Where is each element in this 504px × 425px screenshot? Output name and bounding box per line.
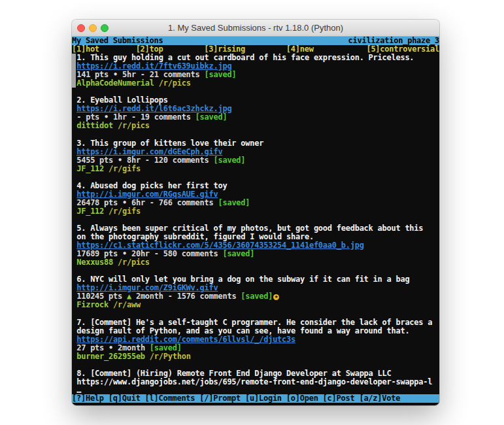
post-title: 1. This guy holding a cut out cardboard … (76, 54, 439, 62)
sort-tab-hot[interactable]: [1]hot (72, 45, 99, 54)
byline-space (145, 352, 150, 361)
separator-dot-icon: • (109, 344, 113, 352)
submission-item[interactable]: 3. This group of kittens love their owne… (72, 139, 439, 173)
post-byline: JF_112 /r/gifs (76, 165, 439, 173)
post-subreddit: /r/Python (150, 352, 191, 361)
post-url[interactable]: https://c1.staticflickr.com/5/4356/36074… (76, 241, 439, 250)
post-points: 110245 pts (76, 292, 127, 301)
rtv-terminal: My Saved Submissions civilization_phaze_… (72, 37, 439, 405)
post-byline: AlphaCodeNumerial /r/pics (76, 79, 439, 88)
upvote-arrow-icon: ▲ (127, 292, 131, 301)
window-title: 1. My Saved Submissions - rtv 1.18.0 (Py… (168, 23, 343, 33)
post-title: 5. Always been super critical of my phot… (76, 224, 439, 233)
window-titlebar[interactable]: 1. My Saved Submissions - rtv 1.18.0 (Py… (72, 20, 439, 37)
post-age-comments: 8hr - 120 comments (122, 156, 214, 165)
post-subreddit: /r/gifs (109, 165, 141, 173)
sort-tab-controversial[interactable]: [5]controversial (366, 45, 439, 54)
header-bar: My Saved Submissions civilization_phaze_… (72, 37, 439, 45)
post-title: on the photography subreddit, figured I … (76, 233, 439, 241)
minimize-button[interactable] (89, 24, 97, 32)
post-stats: 110245 pts ▲ 2month - 1576 comments [sav… (76, 292, 439, 301)
post-url[interactable]: https://api.reddit.com/comments/6llvsl/_… (76, 335, 439, 344)
post-age-comments: 5hr - 21 comments (118, 71, 205, 79)
post-points: 26478 pts (76, 199, 122, 207)
post-author: AlphaCodeNumerial (76, 79, 154, 88)
byline-space (113, 122, 118, 130)
byline-space (104, 165, 109, 173)
sort-tab-top[interactable]: [2]top (136, 45, 163, 54)
separator-dot-icon: • (122, 199, 127, 207)
post-subreddit: /r/pics (118, 122, 150, 130)
selection-indicator (72, 54, 76, 88)
saved-badge: [saved] (195, 113, 227, 122)
traffic-lights (77, 20, 109, 36)
post-title: 2. Eyeball Lollipops (76, 96, 439, 105)
post-subreddit: /r/gifs (109, 207, 141, 216)
saved-badge: [saved] (241, 292, 273, 301)
byline-space (154, 79, 159, 88)
post-title: 7. [Comment] He's a self-taught C progra… (76, 318, 439, 327)
post-author: Nexxus88 (76, 258, 113, 267)
post-age-comments: 6hr - 766 comments (127, 199, 218, 207)
post-byline: Nexxus88 /r/pics (76, 258, 439, 267)
saved-badge: [saved] (218, 199, 250, 207)
post-url[interactable]: https://i.redd.it/l6t6ac3zhckz.jpg (76, 105, 439, 113)
post-subreddit: /r/pics (159, 79, 191, 88)
separator-dot-icon: • (122, 250, 127, 258)
saved-badge: [saved] (222, 250, 254, 258)
submission-item[interactable]: 5. Always been super critical of my phot… (72, 224, 439, 267)
post-points: - pts (76, 113, 104, 122)
post-stats: 17689 pts • 20hr - 580 comments [saved] (76, 250, 439, 258)
post-age-comments: 2month (113, 344, 150, 352)
byline-space (113, 258, 118, 267)
post-age-comments: 2month - 1576 comments (131, 292, 241, 301)
post-title: 3. This group of kittens love their owne… (76, 139, 439, 148)
submission-item[interactable]: 7. [Comment] He's a self-taught C progra… (72, 318, 439, 361)
post-url[interactable]: https://i.redd.it/7ftv639uibkz.jpg (76, 62, 439, 71)
post-byline: dittidot /r/pics (76, 122, 439, 130)
byline-space (109, 301, 113, 309)
post-title: 4. Abused dog picks her first toy (76, 182, 439, 190)
post-author: JF_112 (76, 207, 104, 216)
sort-tabs: [1]hot[2]top[3]rising[4]new[5]controvers… (72, 45, 439, 54)
submission-item[interactable]: 2. Eyeball Lollipopshttps://i.redd.it/l6… (72, 96, 439, 130)
separator-dot-icon: • (113, 71, 118, 79)
post-url[interactable]: https://i.imgur.com/dGEeCph.gifv (76, 148, 439, 156)
post-title: 6. NYC will only let you bring a dog on … (76, 275, 439, 284)
post-subreddit: /r/pics (118, 258, 150, 267)
post-title: 8. [Comment] (Hiring) Remote Front End D… (76, 369, 439, 378)
submission-item[interactable]: 1. This guy holding a cut out cardboard … (72, 54, 439, 88)
submission-list: 1. This guy holding a cut out cardboard … (72, 54, 439, 394)
post-points: 141 pts (76, 71, 113, 79)
post-author: dittidot (76, 122, 113, 130)
status-bar: [?]Help [q]Quit [l]Comments [/]Prompt [u… (72, 394, 439, 403)
page-title: My Saved Submissions (72, 37, 163, 45)
separator-dot-icon: • (118, 156, 122, 165)
post-url[interactable]: http://i.imgur.com/RGqsAUE.gifv (76, 190, 439, 199)
separator-dot-icon: • (104, 113, 109, 122)
post-stats: - pts • 1hr - 19 comments [saved] (76, 113, 439, 122)
byline-space (104, 207, 109, 216)
submission-item[interactable]: 8. [Comment] (Hiring) Remote Front End D… (72, 369, 439, 394)
post-author: Fizrock (76, 301, 109, 309)
sort-tab-new[interactable]: [4]new (286, 45, 314, 54)
post-points: 17689 pts (76, 250, 122, 258)
post-url: https://www.djangojobs.net/jobs/695/remo… (76, 378, 439, 386)
post-byline: JF_112 /r/gifs (76, 207, 439, 216)
submission-item[interactable]: 4. Abused dog picks her first toyhttp://… (72, 182, 439, 216)
post-points: 27 pts (76, 344, 109, 352)
zoom-button[interactable] (101, 24, 109, 32)
post-age-comments: 20hr - 580 comments (127, 250, 222, 258)
terminal-window: 1. My Saved Submissions - rtv 1.18.0 (Py… (72, 20, 439, 405)
post-stats: 26478 pts • 6hr - 766 comments [saved] (76, 199, 439, 207)
post-url[interactable]: http://i.imgur.com/Z9iGKWv.gifv (76, 284, 439, 292)
post-author: JF_112 (76, 165, 104, 173)
sort-tab-rising[interactable]: [3]rising (204, 45, 245, 54)
submission-item[interactable]: 6. NYC will only let you bring a dog on … (72, 275, 439, 309)
saved-badge: [saved] (205, 71, 237, 79)
close-button[interactable] (77, 24, 85, 32)
post-subreddit: /r/aww (113, 301, 141, 309)
post-author: burner_262955eb (76, 352, 145, 361)
gilded-icon: ★ (273, 294, 279, 300)
post-stats: 141 pts • 5hr - 21 comments [saved] (76, 71, 439, 79)
